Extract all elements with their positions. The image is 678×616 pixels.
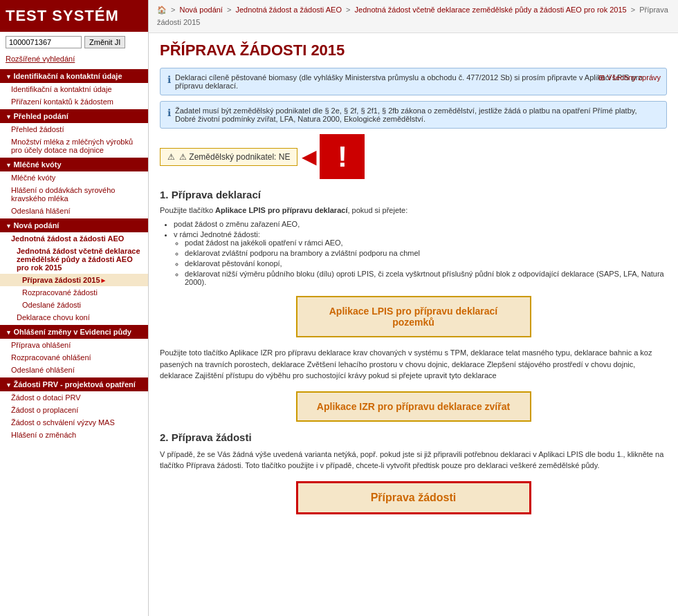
warning-area: ⚠ ⚠ Zemědělský podnikatel: NE ◀ !	[160, 134, 667, 179]
breadcrumb: 🏠 > Nová podání > Jednotná žádost a žádo…	[149, 0, 678, 33]
nav-section-ohlaseni-header[interactable]: Ohlášení změny v Evidenci půdy	[0, 325, 148, 339]
sidebar-item-prirazeni[interactable]: Přiřazení kontaktů k žádostem	[0, 95, 148, 108]
nav-section-nova-header[interactable]: Nová podání	[0, 218, 148, 232]
nav-section-identifikacni-header[interactable]: Identifikační a kontaktní údaje	[0, 69, 148, 83]
red-arrow-icon: ◀	[302, 145, 317, 168]
nav-section-prv-header[interactable]: Žádosti PRV - projektová opatření	[0, 377, 148, 391]
sidebar-item-priprava-zadosti-active[interactable]: Příprava žádosti 2015	[0, 274, 148, 286]
list-item-1-0: podat žádost na jakékoli opatření v rámc…	[185, 239, 667, 247]
sidebar-item-prehled-zadosti[interactable]: Přehled žádostí	[0, 123, 148, 136]
section1-desc2: Použijte toto tlačítko Aplikace IZR pro …	[160, 347, 667, 382]
info-text-1: Deklaraci cíleně pěstované biomasy (dle …	[175, 73, 659, 90]
nav-section-identifikacni: Identifikační a kontaktní údaje Identifi…	[0, 69, 148, 108]
list-item-1-3: deklarovat nižší výměru půdního bloku (d…	[185, 270, 667, 286]
sidebar-item-zadost-schvaleni[interactable]: Žádost o schválení výzvy MAS	[0, 416, 148, 429]
sidebar-item-rozpracovane-ohlaseni[interactable]: Rozpracované ohlášení	[0, 351, 148, 364]
sidebar-item-odeslana-hlaseni[interactable]: Odeslaná hlášení	[0, 205, 148, 217]
sidebar-item-zadost-proplaceni[interactable]: Žádost o proplacení	[0, 404, 148, 416]
page-title: PŘÍPRAVA ŽÁDOSTI 2015	[160, 41, 667, 59]
sidebar-item-odeslane-ohlaseni[interactable]: Odeslané ohlášení	[0, 364, 148, 376]
section1-sublist: podat žádost na jakékoli opatření v rámc…	[185, 239, 667, 286]
search-button[interactable]: Změnit JI	[84, 36, 125, 48]
sidebar-item-priprava-ohlaseni[interactable]: Příprava ohlášení	[0, 339, 148, 351]
sidebar-title: TEST SYSTÉM	[6, 7, 143, 25]
home-icon[interactable]: 🏠	[157, 6, 167, 14]
sidebar-item-zadost-dotaci[interactable]: Žádost o dotaci PRV	[0, 391, 148, 404]
list-item-1-2: deklarovat pěstování konopí,	[185, 259, 667, 268]
info-box-1: ℹ Deklaraci cíleně pěstované biomasy (dl…	[160, 68, 667, 95]
red-exclamation-box: !	[320, 134, 365, 179]
sidebar-header: TEST SYSTÉM	[0, 0, 148, 32]
search-input[interactable]	[6, 36, 82, 48]
all-news-link[interactable]: ⊞ Všechny zprávy	[598, 73, 661, 82]
btn-priprava-zadosti[interactable]: Příprava žádosti	[296, 481, 531, 514]
list-item-0: podat žádost o změnu zařazení AEO,	[174, 220, 667, 228]
nav-section-prehled-header[interactable]: Přehled podání	[0, 109, 148, 123]
list-item-1-1: deklarovat zvláštní podporu na brambory …	[185, 249, 667, 257]
breadcrumb-jednotna-vcetne[interactable]: Jednotná žádost včetně deklarace zeměděl…	[355, 6, 627, 14]
main-content: 🏠 > Nová podání > Jednotná žádost a žádo…	[149, 0, 678, 616]
nav-section-nova: Nová podání Jednotná žádost a žádosti AE…	[0, 218, 148, 324]
info-box-2: ℹ Žadatel musí být zemědělský podnikatel…	[160, 101, 667, 129]
sidebar-search-area: Změnit JI	[0, 32, 148, 53]
sidebar-item-hlaseni-dodavkach[interactable]: Hlášení o dodávkách syrového kravského m…	[0, 184, 148, 205]
sidebar-item-jednotna-vcetne[interactable]: Jednotná žádost včetně deklarace zeměděl…	[0, 245, 148, 274]
info-text-2: Žadatel musí být zemědělský podnikatel d…	[175, 106, 659, 123]
sidebar-item-deklarace-chovu[interactable]: Deklarace chovu koní	[0, 311, 148, 324]
sidebar-item-hlaseni-zmenach[interactable]: Hlášení o změnách	[0, 429, 148, 441]
nav-section-prv: Žádosti PRV - projektová opatření Žádost…	[0, 377, 148, 441]
sidebar-item-mlecne-kvoty[interactable]: Mléčné kvóty	[0, 171, 148, 184]
section1-intro: Použijte tlačítko Aplikace LPIS pro příp…	[160, 206, 667, 214]
nav-section-prehled: Přehled podání Přehled žádostí Množství …	[0, 109, 148, 156]
btn-izr[interactable]: Aplikace IZR pro přípravu deklarace zvíř…	[296, 391, 531, 422]
list-item-1: v rámci Jednotné žádosti: podat žádost n…	[174, 230, 667, 286]
nav-section-mlecne-header[interactable]: Mléčné kvóty	[0, 158, 148, 171]
info-icon-2: ℹ	[167, 107, 171, 118]
sidebar: TEST SYSTÉM Změnit JI Rozšířené vyhledán…	[0, 0, 149, 616]
rozs-link[interactable]: Rozšířené vyhledání	[6, 55, 75, 63]
nav-section-mlecne: Mléčné kvóty Mléčné kvóty Hlášení o dodá…	[0, 158, 148, 217]
exclamation-icon: !	[338, 140, 347, 174]
sidebar-item-jednotna-zadost[interactable]: Jednotná žádost a žádosti AEO	[0, 232, 148, 245]
section1-list: podat žádost o změnu zařazení AEO, v rám…	[174, 220, 667, 286]
info-icon-1: ℹ	[167, 74, 171, 85]
nav-section-ohlaseni: Ohlášení změny v Evidenci půdy Příprava …	[0, 325, 148, 376]
warning-icon: ⚠	[167, 152, 175, 162]
section1-title: 1. Příprava deklarací	[160, 189, 667, 200]
rozs-link-area: Rozšířené vyhledání	[0, 53, 148, 68]
sidebar-item-mnozstvi-mleka[interactable]: Množství mléka z mléčných výrobků pro úč…	[0, 136, 148, 156]
sidebar-item-rozpracovane-zadosti[interactable]: Rozpracované žádosti	[0, 286, 148, 299]
page-content: PŘÍPRAVA ŽÁDOSTI 2015 ℹ Deklaraci cíleně…	[149, 33, 678, 532]
sidebar-item-odeslane-zadosti[interactable]: Odeslané žádosti	[0, 299, 148, 311]
section2-title: 2. Příprava žádosti	[160, 431, 667, 443]
section2-desc: V případě, že se Vás žádná výše uvedená …	[160, 449, 667, 472]
sidebar-item-identifikacni[interactable]: Identifikační a kontaktní údaje	[0, 83, 148, 95]
btn-lpis[interactable]: Aplikace LPIS pro přípravu deklarací poz…	[296, 296, 531, 337]
breadcrumb-nova-podani[interactable]: Nová podání	[180, 6, 223, 14]
warning-box: ⚠ ⚠ Zemědělský podnikatel: NE	[160, 148, 297, 166]
warning-text: ⚠ Zemědělský podnikatel: NE	[179, 152, 290, 162]
breadcrumb-jednotna-zadost[interactable]: Jednotná žádost a žádosti AEO	[235, 6, 342, 14]
